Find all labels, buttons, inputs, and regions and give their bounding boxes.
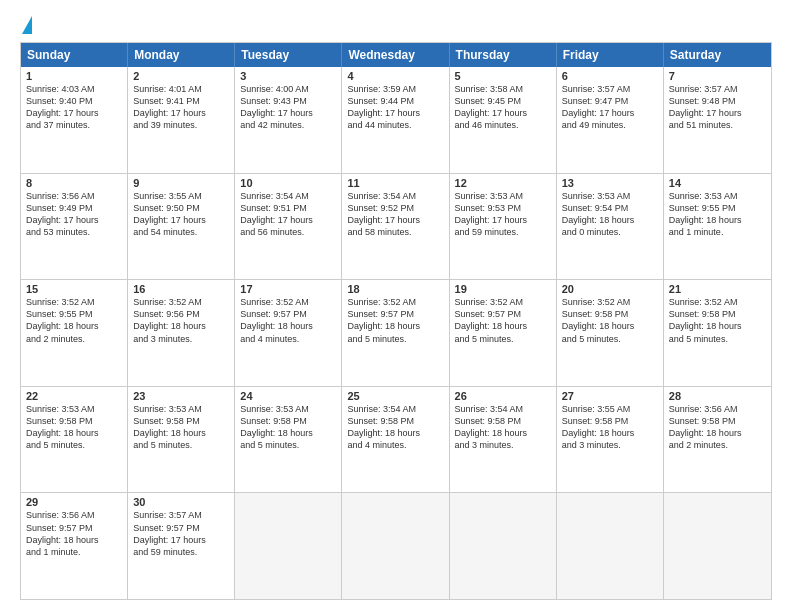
calendar-cell: 26Sunrise: 3:54 AM Sunset: 9:58 PM Dayli… [450, 387, 557, 493]
calendar-cell: 4Sunrise: 3:59 AM Sunset: 9:44 PM Daylig… [342, 67, 449, 173]
day-info: Sunrise: 3:52 AM Sunset: 9:58 PM Dayligh… [562, 296, 658, 345]
day-info: Sunrise: 3:52 AM Sunset: 9:57 PM Dayligh… [240, 296, 336, 345]
day-info: Sunrise: 3:56 AM Sunset: 9:58 PM Dayligh… [669, 403, 766, 452]
day-number: 8 [26, 177, 122, 189]
logo [20, 16, 34, 34]
calendar-cell [235, 493, 342, 599]
day-number: 22 [26, 390, 122, 402]
calendar-cell: 14Sunrise: 3:53 AM Sunset: 9:55 PM Dayli… [664, 174, 771, 280]
page: SundayMondayTuesdayWednesdayThursdayFrid… [0, 0, 792, 612]
calendar-cell: 3Sunrise: 4:00 AM Sunset: 9:43 PM Daylig… [235, 67, 342, 173]
day-info: Sunrise: 4:03 AM Sunset: 9:40 PM Dayligh… [26, 83, 122, 132]
logo-text [20, 16, 34, 34]
calendar-cell: 10Sunrise: 3:54 AM Sunset: 9:51 PM Dayli… [235, 174, 342, 280]
calendar-cell: 25Sunrise: 3:54 AM Sunset: 9:58 PM Dayli… [342, 387, 449, 493]
day-number: 24 [240, 390, 336, 402]
day-info: Sunrise: 3:52 AM Sunset: 9:57 PM Dayligh… [347, 296, 443, 345]
calendar-cell: 21Sunrise: 3:52 AM Sunset: 9:58 PM Dayli… [664, 280, 771, 386]
day-number: 25 [347, 390, 443, 402]
day-info: Sunrise: 3:52 AM Sunset: 9:58 PM Dayligh… [669, 296, 766, 345]
day-info: Sunrise: 4:01 AM Sunset: 9:41 PM Dayligh… [133, 83, 229, 132]
day-number: 28 [669, 390, 766, 402]
day-info: Sunrise: 3:55 AM Sunset: 9:50 PM Dayligh… [133, 190, 229, 239]
day-number: 18 [347, 283, 443, 295]
calendar-cell: 13Sunrise: 3:53 AM Sunset: 9:54 PM Dayli… [557, 174, 664, 280]
day-number: 7 [669, 70, 766, 82]
calendar-cell: 12Sunrise: 3:53 AM Sunset: 9:53 PM Dayli… [450, 174, 557, 280]
calendar-cell: 24Sunrise: 3:53 AM Sunset: 9:58 PM Dayli… [235, 387, 342, 493]
day-number: 23 [133, 390, 229, 402]
calendar-cell: 22Sunrise: 3:53 AM Sunset: 9:58 PM Dayli… [21, 387, 128, 493]
day-info: Sunrise: 3:52 AM Sunset: 9:57 PM Dayligh… [455, 296, 551, 345]
calendar-cell: 5Sunrise: 3:58 AM Sunset: 9:45 PM Daylig… [450, 67, 557, 173]
day-number: 26 [455, 390, 551, 402]
day-info: Sunrise: 3:56 AM Sunset: 9:57 PM Dayligh… [26, 509, 122, 558]
day-info: Sunrise: 3:57 AM Sunset: 9:47 PM Dayligh… [562, 83, 658, 132]
calendar-cell [450, 493, 557, 599]
calendar-row: 8Sunrise: 3:56 AM Sunset: 9:49 PM Daylig… [21, 173, 771, 280]
day-number: 14 [669, 177, 766, 189]
day-number: 3 [240, 70, 336, 82]
day-info: Sunrise: 3:57 AM Sunset: 9:48 PM Dayligh… [669, 83, 766, 132]
day-info: Sunrise: 3:54 AM Sunset: 9:52 PM Dayligh… [347, 190, 443, 239]
day-info: Sunrise: 3:56 AM Sunset: 9:49 PM Dayligh… [26, 190, 122, 239]
header-day-label: Sunday [21, 43, 128, 67]
calendar-cell: 29Sunrise: 3:56 AM Sunset: 9:57 PM Dayli… [21, 493, 128, 599]
day-number: 29 [26, 496, 122, 508]
day-info: Sunrise: 3:53 AM Sunset: 9:53 PM Dayligh… [455, 190, 551, 239]
day-info: Sunrise: 3:54 AM Sunset: 9:51 PM Dayligh… [240, 190, 336, 239]
day-number: 6 [562, 70, 658, 82]
calendar-cell: 20Sunrise: 3:52 AM Sunset: 9:58 PM Dayli… [557, 280, 664, 386]
header-day-label: Tuesday [235, 43, 342, 67]
calendar-row: 15Sunrise: 3:52 AM Sunset: 9:55 PM Dayli… [21, 279, 771, 386]
calendar-cell: 1Sunrise: 4:03 AM Sunset: 9:40 PM Daylig… [21, 67, 128, 173]
calendar-cell: 15Sunrise: 3:52 AM Sunset: 9:55 PM Dayli… [21, 280, 128, 386]
day-info: Sunrise: 3:59 AM Sunset: 9:44 PM Dayligh… [347, 83, 443, 132]
calendar-cell: 30Sunrise: 3:57 AM Sunset: 9:57 PM Dayli… [128, 493, 235, 599]
day-info: Sunrise: 3:53 AM Sunset: 9:58 PM Dayligh… [240, 403, 336, 452]
calendar-cell: 11Sunrise: 3:54 AM Sunset: 9:52 PM Dayli… [342, 174, 449, 280]
calendar-cell: 18Sunrise: 3:52 AM Sunset: 9:57 PM Dayli… [342, 280, 449, 386]
day-info: Sunrise: 4:00 AM Sunset: 9:43 PM Dayligh… [240, 83, 336, 132]
day-number: 17 [240, 283, 336, 295]
day-number: 27 [562, 390, 658, 402]
calendar-cell [664, 493, 771, 599]
day-number: 16 [133, 283, 229, 295]
day-info: Sunrise: 3:53 AM Sunset: 9:55 PM Dayligh… [669, 190, 766, 239]
day-number: 21 [669, 283, 766, 295]
header-day-label: Wednesday [342, 43, 449, 67]
day-number: 10 [240, 177, 336, 189]
day-number: 2 [133, 70, 229, 82]
day-number: 13 [562, 177, 658, 189]
day-number: 9 [133, 177, 229, 189]
calendar-row: 1Sunrise: 4:03 AM Sunset: 9:40 PM Daylig… [21, 67, 771, 173]
day-info: Sunrise: 3:53 AM Sunset: 9:58 PM Dayligh… [26, 403, 122, 452]
day-info: Sunrise: 3:58 AM Sunset: 9:45 PM Dayligh… [455, 83, 551, 132]
calendar-cell: 9Sunrise: 3:55 AM Sunset: 9:50 PM Daylig… [128, 174, 235, 280]
calendar: SundayMondayTuesdayWednesdayThursdayFrid… [20, 42, 772, 600]
calendar-cell: 27Sunrise: 3:55 AM Sunset: 9:58 PM Dayli… [557, 387, 664, 493]
day-info: Sunrise: 3:57 AM Sunset: 9:57 PM Dayligh… [133, 509, 229, 558]
day-number: 19 [455, 283, 551, 295]
day-info: Sunrise: 3:53 AM Sunset: 9:58 PM Dayligh… [133, 403, 229, 452]
day-number: 4 [347, 70, 443, 82]
day-number: 1 [26, 70, 122, 82]
day-number: 20 [562, 283, 658, 295]
day-info: Sunrise: 3:55 AM Sunset: 9:58 PM Dayligh… [562, 403, 658, 452]
day-number: 15 [26, 283, 122, 295]
calendar-row: 29Sunrise: 3:56 AM Sunset: 9:57 PM Dayli… [21, 492, 771, 599]
calendar-cell: 2Sunrise: 4:01 AM Sunset: 9:41 PM Daylig… [128, 67, 235, 173]
header-day-label: Monday [128, 43, 235, 67]
logo-triangle-icon [22, 16, 32, 34]
day-number: 30 [133, 496, 229, 508]
calendar-header: SundayMondayTuesdayWednesdayThursdayFrid… [21, 43, 771, 67]
calendar-row: 22Sunrise: 3:53 AM Sunset: 9:58 PM Dayli… [21, 386, 771, 493]
calendar-body: 1Sunrise: 4:03 AM Sunset: 9:40 PM Daylig… [21, 67, 771, 599]
day-info: Sunrise: 3:54 AM Sunset: 9:58 PM Dayligh… [347, 403, 443, 452]
calendar-cell: 28Sunrise: 3:56 AM Sunset: 9:58 PM Dayli… [664, 387, 771, 493]
calendar-cell: 19Sunrise: 3:52 AM Sunset: 9:57 PM Dayli… [450, 280, 557, 386]
header-day-label: Friday [557, 43, 664, 67]
calendar-cell: 8Sunrise: 3:56 AM Sunset: 9:49 PM Daylig… [21, 174, 128, 280]
day-info: Sunrise: 3:52 AM Sunset: 9:55 PM Dayligh… [26, 296, 122, 345]
day-number: 5 [455, 70, 551, 82]
